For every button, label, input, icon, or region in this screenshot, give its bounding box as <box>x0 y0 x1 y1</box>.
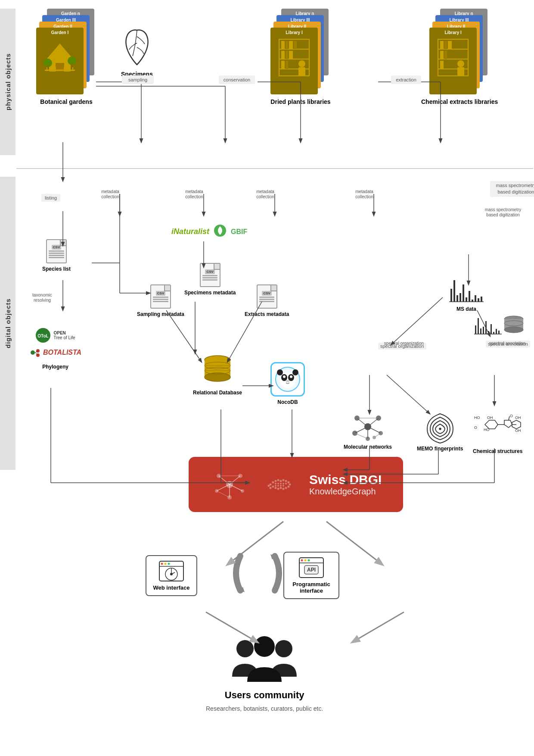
fingerprint-icon <box>425 409 455 444</box>
specimens-label: Specimens <box>121 71 153 78</box>
svg-point-212 <box>280 487 282 489</box>
swiss-dbgi-box: Swiss DBGI KnowledgeGraph <box>189 457 403 512</box>
svg-text:collection: collection <box>256 194 274 199</box>
svg-line-199 <box>217 491 230 497</box>
svg-point-207 <box>288 481 290 484</box>
svg-line-158 <box>357 418 368 427</box>
extracts-metadata-group: CSV Extracts metadata <box>245 284 289 317</box>
svg-text:sampling: sampling <box>128 77 147 82</box>
extracts-metadata-label: Extracts metadata <box>245 311 289 317</box>
svg-text:metadata: metadata <box>256 189 274 194</box>
svg-text:taxonomic: taxonomic <box>32 293 52 297</box>
svg-text:mass spectrometry: mass spectrometry <box>485 207 521 212</box>
svg-point-204 <box>280 480 282 482</box>
svg-text:extraction: extraction <box>396 77 416 82</box>
botanical-gardens-group: Garden n Garden III Garden II Garden I <box>36 9 96 105</box>
web-interface-box: Web interface <box>146 555 197 596</box>
svg-point-247 <box>254 636 275 657</box>
svg-marker-67 <box>47 44 73 59</box>
molecular-networks-group: Molecular networks <box>344 409 392 450</box>
svg-point-240 <box>301 559 303 562</box>
svg-text:metadata: metadata <box>101 189 119 194</box>
svg-rect-91 <box>281 61 285 69</box>
web-interface-group: Web interface <box>146 555 197 596</box>
svg-line-27 <box>391 297 443 345</box>
svg-point-246 <box>275 640 292 657</box>
svg-point-230 <box>165 562 167 565</box>
svg-rect-90 <box>289 51 293 59</box>
svg-rect-86 <box>289 41 293 49</box>
svg-rect-133 <box>475 295 476 302</box>
chem-stack: Library n Library III Library II Library… <box>429 9 490 95</box>
svg-point-211 <box>283 488 285 490</box>
svg-point-217 <box>268 485 270 487</box>
users-community-group: Users community Researchers, botanists, … <box>206 634 323 712</box>
svg-rect-139 <box>480 328 481 334</box>
relational-db-group: Relational Database <box>193 353 242 396</box>
svg-point-224 <box>277 485 279 487</box>
dried-stack: Library n Library III Library II Library… <box>270 9 331 95</box>
svg-line-159 <box>368 418 379 427</box>
gbif-icon <box>214 224 227 239</box>
svg-line-43 <box>352 612 404 642</box>
main-diagram: sampling conservation extraction listing… <box>16 0 534 756</box>
svg-line-195 <box>217 484 230 491</box>
svg-rect-126 <box>453 280 455 302</box>
svg-rect-92 <box>286 61 288 69</box>
svg-point-245 <box>236 640 254 657</box>
svg-text:OH: OH <box>487 415 493 420</box>
ms-data-label: MS data <box>456 306 476 312</box>
phylogeny-group: OToL OPEN Tree of Life BOTALIST <box>29 328 81 370</box>
svg-rect-102 <box>440 51 444 59</box>
svg-marker-169 <box>504 420 512 428</box>
spectral-db-group <box>503 315 525 338</box>
svg-line-170 <box>509 416 509 420</box>
svg-point-231 <box>168 562 170 565</box>
svg-point-241 <box>304 559 307 562</box>
db-icon <box>202 353 233 388</box>
svg-rect-142 <box>488 331 489 334</box>
svg-rect-87 <box>294 41 297 49</box>
svg-point-149 <box>504 327 523 333</box>
ms-data-icon <box>447 276 486 306</box>
svg-point-208 <box>289 484 291 486</box>
chemical-structures-group: HO O OH HO OH OH O Chemical str <box>473 414 522 454</box>
molecular-networks-icon <box>351 409 385 444</box>
swiss-dbgi-title: Swiss DBGI <box>309 472 382 487</box>
svg-line-196 <box>230 484 242 491</box>
svg-rect-129 <box>463 284 464 302</box>
svg-point-219 <box>277 483 279 484</box>
svg-rect-131 <box>469 291 470 302</box>
svg-text:O: O <box>474 425 477 430</box>
web-interface-icon <box>158 560 184 582</box>
chemical-extracts-label: Chemical extracts libraries <box>421 98 498 105</box>
svg-rect-138 <box>478 318 479 334</box>
svg-point-206 <box>285 480 287 482</box>
svg-rect-48 <box>391 75 421 84</box>
svg-point-213 <box>277 488 279 490</box>
svg-text:collection: collection <box>355 194 373 199</box>
ms-data2-group <box>473 315 503 336</box>
physical-objects-label: physical objects <box>0 9 16 155</box>
svg-rect-140 <box>483 327 484 334</box>
spectral-org-label: spectral organization <box>378 343 426 350</box>
svg-rect-128 <box>459 293 461 302</box>
web-interface-label: Web interface <box>153 584 189 591</box>
specimens-icon <box>120 26 154 69</box>
svg-text:OH: OH <box>515 415 521 420</box>
svg-rect-144 <box>493 332 494 334</box>
botanical-gardens-label: Botanical gardens <box>40 98 92 105</box>
specimens-metadata-label: Specimens metadata <box>184 290 236 296</box>
svg-line-31 <box>387 375 430 414</box>
swiss-dbgi-text: Swiss DBGI KnowledgeGraph <box>309 472 382 497</box>
svg-rect-145 <box>496 329 497 334</box>
svg-rect-85 <box>286 41 288 49</box>
sampling-metadata-label: Sampling metadata <box>137 311 184 317</box>
svg-point-200 <box>270 484 272 486</box>
svg-text:HO: HO <box>474 415 480 420</box>
species-list-icon: CSV <box>46 239 67 263</box>
dried-plants-label: Dried plants libraries <box>270 98 330 105</box>
chemical-structure-icon: HO O OH HO OH OH O <box>474 414 522 448</box>
svg-point-105 <box>457 60 464 67</box>
svg-line-160 <box>355 427 368 433</box>
